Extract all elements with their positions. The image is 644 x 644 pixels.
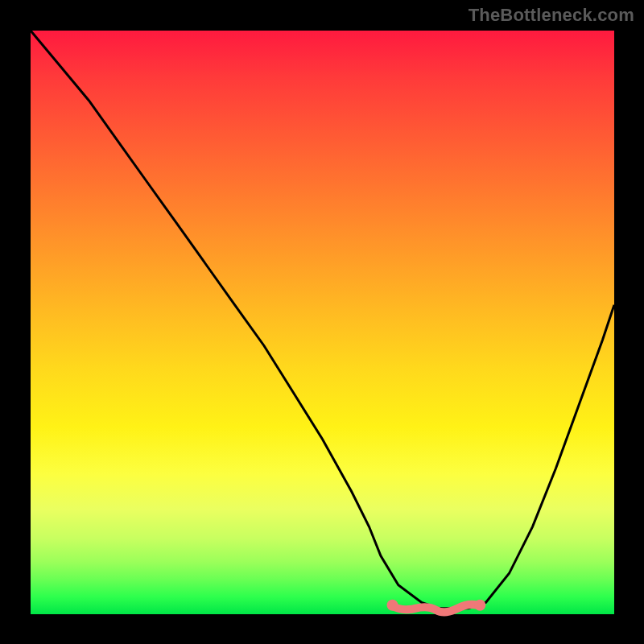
svg-point-0 [387,600,398,611]
plot-area [31,31,614,614]
bottleneck-curve [31,31,614,609]
watermark-text: TheBottleneck.com [469,5,634,26]
chart-container: TheBottleneck.com [0,0,644,644]
chart-svg [31,31,614,614]
optimal-zone-marker [387,600,486,613]
svg-point-1 [474,600,485,611]
